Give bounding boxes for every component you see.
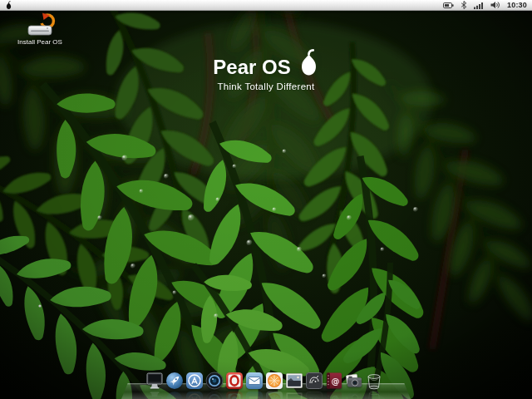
mail-envelope-icon[interactable]: [244, 371, 264, 391]
orange-slice-icon[interactable]: [264, 371, 284, 391]
glass-trash-icon[interactable]: [364, 371, 384, 391]
desktop-icon-label: Install Pear OS: [7, 39, 73, 47]
photo-viewer-icon[interactable]: [284, 371, 304, 391]
desktop-icon-install[interactable]: Install Pear OS: [7, 12, 73, 47]
volume-icon[interactable]: [490, 1, 500, 9]
network-signal-icon[interactable]: [474, 2, 484, 9]
svg-text:@: @: [332, 377, 340, 386]
menubar: 10:30: [0, 0, 532, 11]
camera-lens-browser-icon[interactable]: [204, 371, 224, 391]
launchpad-rocket-icon[interactable]: [165, 371, 185, 391]
battery-icon[interactable]: [443, 2, 454, 9]
desktop: 10:30 Install Pear OS Pear OS: [0, 0, 532, 399]
image-editor-icon[interactable]: [304, 371, 324, 391]
opera-browser-icon[interactable]: [224, 371, 244, 391]
address-book-icon[interactable]: @@: [324, 371, 344, 391]
pear-menu-icon[interactable]: [5, 1, 12, 10]
bluetooth-icon[interactable]: [461, 1, 467, 9]
system-tray: 10:30: [443, 1, 527, 9]
camera-capture-icon[interactable]: [344, 371, 364, 391]
dock: @@: [145, 371, 384, 391]
imac-display-icon[interactable]: [145, 371, 165, 391]
app-store-icon[interactable]: [185, 371, 204, 391]
wallpaper-leaves: [0, 0, 532, 399]
clock[interactable]: 10:30: [507, 1, 527, 9]
install-drive-icon: [22, 12, 57, 41]
